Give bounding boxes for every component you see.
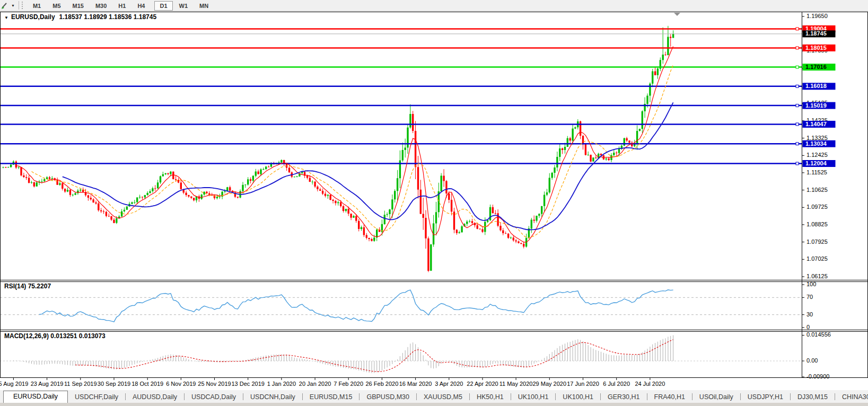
rsi-axis-tick: 70 bbox=[806, 294, 813, 300]
date-axis-label: 17 Jun 2020 bbox=[567, 381, 599, 387]
timeframe-button-d1[interactable]: D1 bbox=[154, 1, 172, 11]
chart-tab-6[interactable]: GBPUSD,M30 bbox=[360, 392, 416, 403]
macd-label: MACD(12,26,9) 0.013251 0.013073 bbox=[4, 332, 106, 340]
chart-tab-4[interactable]: USDCNH,Daily bbox=[243, 392, 302, 403]
toolbar-grip[interactable] bbox=[22, 2, 24, 9]
chart-area[interactable]: ▼EURUSD,Daily1.18537 1.18929 1.18536 1.1… bbox=[0, 12, 868, 390]
timeframe-button-m30[interactable]: M30 bbox=[90, 1, 112, 11]
line-anchor-handle[interactable] bbox=[796, 104, 799, 107]
timeframe-button-m5[interactable]: M5 bbox=[47, 1, 66, 11]
date-axis-label: 22 Apr 2020 bbox=[467, 381, 498, 387]
bottom-strip bbox=[0, 403, 868, 406]
date-axis-label: 18 Oct 2019 bbox=[131, 381, 163, 387]
timeframe-button-mn[interactable]: MN bbox=[194, 1, 214, 11]
price-level-label[interactable]: 1.15019 bbox=[805, 102, 827, 109]
line-anchor-handle[interactable] bbox=[796, 143, 799, 145]
date-axis-label: 5 Aug 2019 bbox=[0, 381, 28, 387]
chart-tab-7[interactable]: XAUUSD,M5 bbox=[417, 392, 469, 403]
chart-background bbox=[0, 12, 868, 390]
chart-tab-14[interactable]: USDJPY,H1 bbox=[741, 392, 790, 403]
timeframe-button-h1[interactable]: H1 bbox=[113, 1, 131, 11]
chart-tab-15[interactable]: DJ30,M15 bbox=[791, 392, 835, 403]
toolbar-separator bbox=[19, 1, 19, 10]
price-axis-tick: 1.11525 bbox=[806, 169, 827, 175]
rsi-axis-tick: 30 bbox=[806, 311, 813, 317]
date-axis-label: 24 Jul 2020 bbox=[635, 381, 665, 387]
line-anchor-handle[interactable] bbox=[796, 28, 799, 30]
price-axis-tick: 1.08825 bbox=[806, 221, 828, 227]
price-axis-tick: 1.10625 bbox=[806, 187, 828, 193]
price-axis-tick: 1.12425 bbox=[806, 152, 828, 158]
date-axis-label: 23 Aug 2019 bbox=[31, 381, 64, 387]
date-axis-label: 11 Sep 2019 bbox=[64, 381, 97, 387]
date-axis-label: 6 Jul 2020 bbox=[603, 381, 630, 387]
price-chart-svg[interactable]: ▼EURUSD,Daily1.18537 1.18929 1.18536 1.1… bbox=[0, 12, 868, 390]
date-axis-label: 30 Sep 2019 bbox=[98, 381, 130, 387]
timeframe-button-m1[interactable]: M1 bbox=[28, 1, 46, 11]
price-axis-tick: 1.09725 bbox=[806, 204, 828, 210]
line-anchor-handle[interactable] bbox=[796, 47, 799, 49]
line-anchor-handle[interactable] bbox=[796, 123, 799, 126]
date-axis-label: 13 Dec 2019 bbox=[232, 381, 265, 387]
date-axis-label: 26 Feb 2020 bbox=[366, 381, 399, 387]
chart-tab-2[interactable]: AUDUSD,Daily bbox=[126, 392, 184, 403]
chart-tab-1[interactable]: USDCHF,Daily bbox=[68, 392, 125, 403]
rsi-axis-tick: 0 bbox=[806, 324, 810, 330]
collapse-triangle-icon: ▼ bbox=[4, 15, 8, 20]
chart-tab-8[interactable]: HK50,H1 bbox=[470, 392, 511, 403]
date-axis-label: 3 Apr 2020 bbox=[435, 381, 463, 387]
price-axis-tick: 1.19650 bbox=[806, 13, 828, 19]
timeframe-toolbar: ▼ M1M5M15M30H1H4D1W1MN bbox=[0, 0, 868, 11]
chart-ohlc-values: 1.18537 1.18929 1.18536 1.18745 bbox=[59, 13, 157, 21]
chart-tab-3[interactable]: USDCAD,Daily bbox=[185, 392, 243, 403]
rsi-axis-tick: 100 bbox=[806, 281, 816, 287]
rsi-label: RSI(14) 75.2207 bbox=[4, 283, 51, 290]
chart-tab-12[interactable]: FRA40,H1 bbox=[647, 392, 692, 403]
chart-symbol-label: EURUSD,Daily bbox=[11, 13, 55, 21]
timeframe-button-w1[interactable]: W1 bbox=[174, 1, 194, 11]
macd-axis-tick: -0.00900 bbox=[806, 373, 829, 379]
current-price-label: 1.18745 bbox=[805, 30, 827, 37]
timeframe-button-m15[interactable]: M15 bbox=[67, 1, 89, 11]
chart-tab-0[interactable]: EURUSD,Daily bbox=[3, 391, 68, 403]
timeframe-button-h4[interactable]: H4 bbox=[132, 1, 150, 11]
price-level-label[interactable]: 1.16018 bbox=[805, 83, 827, 89]
line-anchor-handle[interactable] bbox=[796, 85, 799, 87]
price-axis-tick: 1.06125 bbox=[806, 273, 828, 279]
chart-tab-10[interactable]: UK100,H1 bbox=[556, 392, 600, 403]
date-axis-label: 25 Nov 2019 bbox=[198, 381, 231, 387]
chart-tab-9[interactable]: UK100,H1 bbox=[511, 392, 556, 403]
date-axis-label: 11 May 2020 bbox=[499, 381, 533, 387]
trading-terminal: ▼ M1M5M15M30H1H4D1W1MN ▼EURUSD,Daily1.18… bbox=[0, 0, 868, 406]
macd-axis-tick: 0.014556 bbox=[806, 331, 831, 338]
date-axis-label: 7 Feb 2020 bbox=[334, 381, 363, 387]
chart-tab-5[interactable]: EURUSD,M15 bbox=[303, 392, 360, 403]
macd-axis-tick: 0.00 bbox=[806, 357, 818, 364]
cursor-tool-icon[interactable] bbox=[1, 1, 9, 10]
price-level-label[interactable]: 1.14047 bbox=[805, 121, 827, 127]
date-axis-label: 16 Mar 2020 bbox=[399, 381, 432, 387]
chart-tab-16[interactable]: CHINA300,H4 bbox=[835, 392, 868, 403]
price-level-label[interactable]: 1.12004 bbox=[805, 160, 827, 166]
date-axis-label: 20 Jan 2020 bbox=[299, 381, 331, 387]
price-level-label[interactable]: 1.18015 bbox=[805, 45, 827, 51]
chart-tab-bar: EURUSD,DailyUSDCHF,DailyAUDUSD,DailyUSDC… bbox=[0, 390, 868, 403]
date-axis-label: 6 Nov 2019 bbox=[166, 381, 196, 387]
timeframe-buttons: M1M5M15M30H1H4D1W1MN bbox=[27, 1, 217, 10]
chart-legend: ▼EURUSD,Daily1.18537 1.18929 1.18536 1.1… bbox=[4, 13, 156, 21]
price-axis-tick: 1.07025 bbox=[806, 255, 828, 262]
date-axis-label: 29 May 2020 bbox=[532, 381, 566, 387]
date-axis-label: 1 Jan 2020 bbox=[267, 381, 296, 387]
chart-tab-11[interactable]: GER30,H1 bbox=[601, 392, 646, 403]
cursor-tool-dropdown-icon[interactable]: ▼ bbox=[9, 4, 17, 7]
price-level-label[interactable]: 1.13034 bbox=[805, 140, 827, 147]
line-anchor-handle[interactable] bbox=[796, 66, 799, 68]
price-level-label[interactable]: 1.17016 bbox=[805, 64, 827, 70]
chart-tab-13[interactable]: USOil,Daily bbox=[692, 392, 740, 403]
price-axis-tick: 1.07925 bbox=[806, 239, 828, 245]
line-anchor-handle[interactable] bbox=[796, 162, 799, 165]
